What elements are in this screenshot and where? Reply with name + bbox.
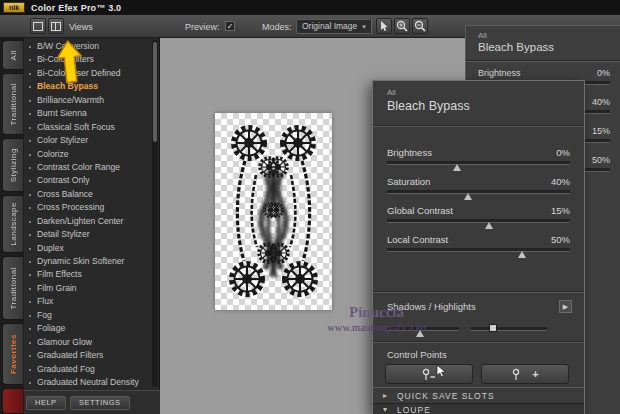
mode-select[interactable]: Original Image ▾ [296,19,371,34]
filter-item[interactable]: Foliage [24,322,159,335]
filter-item[interactable]: Color Stylizer [24,134,159,147]
slider-value: 50% [551,234,570,245]
views-label: Views [69,22,93,32]
filter-item[interactable]: Cross Processing [24,201,159,214]
slider-handle-icon[interactable] [485,222,493,229]
highlights-slider-track[interactable] [471,327,547,331]
slider-square-handle[interactable] [489,324,497,332]
filter-item[interactable]: Fog [24,309,159,322]
expand-arrow-icon: ▸ [383,391,387,400]
tab-traditional[interactable]: Traditional [2,73,23,135]
preview-checkbox[interactable]: ✓ [225,21,235,31]
single-view-button[interactable] [30,18,46,34]
mouse-cursor-icon [436,364,448,378]
filter-item[interactable]: Contrast Only [24,174,159,187]
filter-item[interactable]: Contrast Color Range [24,161,159,174]
floating-filter-panel[interactable]: All Bleach Bypass Brightness 0% Saturati… [372,80,585,414]
tab-landscape-label: Landscape [9,202,18,246]
expand-right-icon: ▶ [563,303,568,310]
chevron-down-icon: ▾ [383,405,387,414]
filter-item[interactable]: Bi-Color Filters [24,53,159,66]
shadows-slider-track[interactable] [387,327,459,331]
slider-label: Global Contrast [387,205,453,216]
slider-brightness: Brightness 0% [387,147,570,173]
filter-item[interactable]: Graduated Fog [24,363,159,376]
slider-label: Local Contrast [387,234,448,245]
filter-item[interactable]: Bi-Color User Defined [24,67,159,80]
filter-item[interactable]: Glamour Glow [24,336,159,349]
filter-item[interactable]: Cross Balance [24,188,159,201]
zoom-in-button[interactable] [394,18,410,34]
quick-save-slots-section[interactable]: ▸ QUICK SAVE SLOTS [373,387,584,404]
filter-item[interactable]: Flux [24,295,159,308]
filter-item[interactable]: Burnt Sienna [24,107,159,120]
filter-item[interactable]: Film Effects [24,268,159,281]
filter-item[interactable]: Classical Soft Focus [24,121,159,134]
tab-favorites[interactable]: Favorites [2,323,23,385]
left-footer: HELP SETTINGS [24,390,160,414]
filter-item-selected[interactable]: Bleach Bypass [24,80,159,93]
shadows-highlights-expand-button[interactable]: ▶ [559,300,572,313]
gears-artwork [215,113,332,310]
mode-value: Original Image [302,20,357,33]
annotation-arrow-icon [54,39,87,90]
slider-track[interactable] [387,161,570,165]
slider-label: Brightness [478,68,521,78]
tab-traditional-2[interactable]: Traditional [2,256,23,320]
filter-item[interactable]: B/W Conversion [24,40,159,53]
add-control-point-plus-button[interactable]: + [481,364,569,384]
filter-item[interactable]: Dynamic Skin Softener [24,255,159,268]
slider-value: 50% [592,155,610,165]
loupe-section[interactable]: ▾ LOUPE [373,403,584,414]
tab-all[interactable]: All [2,40,23,70]
tab-landscape[interactable]: Landscape [2,195,23,253]
slider-label: Saturation [387,176,430,187]
filter-list-scrollbar[interactable] [152,40,158,387]
control-point-icon [421,368,437,381]
slider-handle-icon[interactable] [416,330,424,337]
slider-track[interactable] [387,190,570,194]
split-view-button[interactable] [48,18,64,34]
title-bar: nik Color Efex Pro™ 3.0 [0,0,620,15]
help-button[interactable]: HELP [26,396,66,410]
slider-track[interactable] [387,219,570,223]
slider-saturation: Saturation 40% [387,176,570,202]
filter-item[interactable]: Duplex [24,242,159,255]
add-control-point-minus-button[interactable] [385,364,473,384]
scrollbar-thumb[interactable] [153,42,157,142]
filter-item[interactable]: Detail Stylizer [24,228,159,241]
filter-item[interactable]: Brilliance/Warmth [24,94,159,107]
preview-image[interactable] [215,113,332,310]
divider [466,60,620,62]
tab-stylizing[interactable]: Stylizing [2,138,23,192]
filter-item[interactable]: Film Grain [24,282,159,295]
pointer-icon [377,19,391,33]
nik-logo-icon: nik [3,2,25,13]
slider-local-contrast: Local Contrast 50% [387,234,570,260]
panel-tab-label: All [478,31,487,40]
tab-extra[interactable] [2,388,23,414]
filter-item[interactable]: Graduated Neutral Density [24,376,159,389]
slider-value: 40% [551,176,570,187]
filter-item[interactable]: Colorize [24,148,159,161]
app-title: Color Efex Pro™ 3.0 [31,3,121,13]
quick-save-slots-label: QUICK SAVE SLOTS [397,391,495,401]
slider-track[interactable] [387,248,570,252]
filter-list-panel: B/W Conversion Bi-Color Filters Bi-Color… [24,38,160,390]
tab-traditional-2-label: Traditional [9,267,18,310]
pointer-tool-button[interactable] [376,18,392,34]
color-efex-pro-window: nik Color Efex Pro™ 3.0 Views Preview: ✓… [0,0,620,414]
zoom-out-button[interactable] [412,18,428,34]
slider-handle-icon[interactable] [464,193,472,200]
tab-all-label: All [9,50,18,60]
divider [373,291,584,293]
panel-title: Bleach Bypass [478,41,554,53]
tab-favorites-label: Favorites [9,334,18,374]
filter-item[interactable]: Darken/Lighten Center [24,215,159,228]
slider-handle-icon[interactable] [453,164,461,171]
loupe-label: LOUPE [397,405,431,414]
filter-item[interactable]: Graduated Filters [24,349,159,362]
settings-button[interactable]: SETTINGS [70,396,130,410]
slider-handle-icon[interactable] [518,251,526,258]
split-view-icon [51,22,61,31]
